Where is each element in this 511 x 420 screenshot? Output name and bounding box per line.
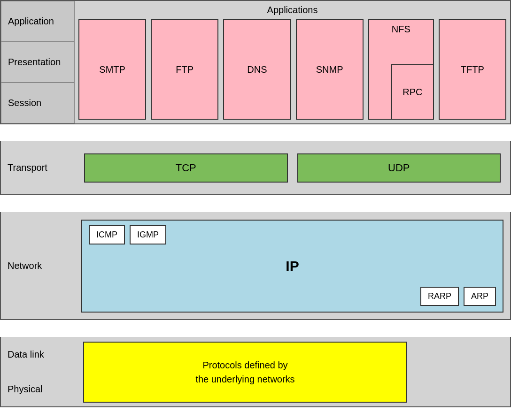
tcp-box: TCP (84, 153, 288, 183)
tftp-box: TFTP (439, 19, 506, 120)
app-layer-labels: Application Presentation Session (1, 1, 75, 123)
ip-outer-box: ICMP IGMP IP RARP ARP (81, 220, 503, 313)
udp-box: UDP (297, 153, 501, 183)
transport-label: Transport (1, 162, 75, 173)
rarp-arp-row: RARP ARP (420, 287, 496, 306)
spacer-1 (0, 124, 511, 133)
rpc-box: RPC (391, 64, 434, 120)
network-label: Network (1, 260, 75, 271)
igmp-box: IGMP (130, 225, 166, 244)
ip-label: IP (286, 258, 299, 274)
transport-content: TCP UDP (75, 153, 510, 183)
physical-label: Physical (1, 384, 75, 395)
presentation-label: Presentation (1, 42, 75, 83)
app-protocol-boxes: SMTP FTP DNS SNMP NFS RPC (78, 19, 506, 120)
dns-box: DNS (223, 19, 291, 120)
application-layer: Application Presentation Session Applica… (0, 0, 511, 124)
application-label: Application (1, 1, 75, 42)
rarp-box: RARP (420, 287, 459, 306)
smtp-box: SMTP (78, 19, 146, 120)
spacer-3 (0, 320, 511, 328)
ftp-box: FTP (151, 19, 218, 120)
icmp-box: ICMP (89, 225, 125, 244)
network-content: ICMP IGMP IP RARP ARP (75, 212, 510, 319)
session-label: Session (1, 83, 75, 123)
osi-diagram: Application Presentation Session Applica… (0, 0, 511, 420)
yellow-protocols-box: Protocols defined by the underlying netw… (83, 342, 407, 403)
arp-box: ARP (464, 287, 496, 306)
spacer-2 (0, 195, 511, 204)
datalink-label: Data link (1, 349, 75, 360)
datalink-physical-layer: Data link Physical Protocols defined by … (0, 337, 511, 407)
network-layer: Network ICMP IGMP IP RARP AR (0, 212, 511, 320)
nfs-rpc-container: NFS RPC (368, 19, 434, 120)
applications-title: Applications (78, 5, 506, 15)
application-content: Applications SMTP FTP DNS SNMP NFS (75, 1, 510, 123)
icmp-igmp-row: ICMP IGMP (89, 225, 166, 244)
transport-layer: Transport TCP UDP (0, 141, 511, 195)
snmp-box: SNMP (296, 19, 364, 120)
